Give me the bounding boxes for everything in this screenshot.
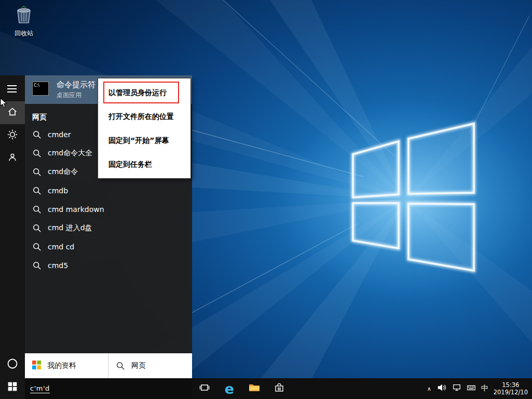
task-view-icon — [199, 382, 210, 395]
menu-item-run-as-admin[interactable]: 以管理员身份运行 — [98, 81, 190, 104]
start-button[interactable] — [0, 376, 25, 399]
menu-item-pin-to-taskbar[interactable]: 固定到任务栏 — [98, 152, 190, 176]
search-icon — [32, 261, 42, 270]
menu-item-pin-to-start[interactable]: 固定到“开始”屏幕 — [98, 128, 190, 152]
windows-logo-icon — [7, 381, 18, 394]
task-view-button[interactable] — [192, 378, 217, 399]
cmd-icon: C:\ — [32, 82, 49, 98]
suggestion-label: cmd markdown — [48, 205, 104, 214]
windows-flag-icon — [32, 361, 41, 371]
recycle-bin-icon — [13, 18, 34, 28]
search-icon — [116, 361, 125, 370]
svg-text:C:\: C:\ — [34, 83, 39, 88]
my-stuff-label: 我的资料 — [47, 361, 76, 370]
search-icon — [32, 167, 42, 177]
my-stuff-button[interactable]: 我的资料 — [25, 353, 108, 378]
web-search-button[interactable]: 网页 — [108, 353, 192, 378]
touch-keyboard-icon[interactable] — [467, 383, 476, 394]
search-icon — [32, 242, 42, 251]
gear-icon — [7, 129, 18, 142]
suggestion-label: cmder — [48, 130, 71, 139]
settings-button[interactable] — [0, 124, 25, 147]
suggestion-item[interactable]: cmd markdown — [25, 200, 192, 219]
suggestion-label: cmd cd — [48, 243, 74, 251]
person-icon — [7, 152, 18, 165]
top-result-title: 命令提示符 — [57, 80, 96, 90]
cortana-circle-icon — [6, 357, 19, 372]
menu-item-open-file-location[interactable]: 打开文件所在的位置 — [98, 104, 190, 128]
cortana-button[interactable] — [0, 353, 25, 376]
suggestion-label: cmd 进入d盘 — [48, 223, 92, 233]
store-icon — [274, 382, 285, 395]
search-icon — [32, 130, 42, 139]
network-icon[interactable] — [452, 383, 461, 394]
search-input-value: c'm'd — [30, 384, 50, 393]
suggestion-label: cmd命令大全 — [48, 149, 92, 158]
taskbar-buttons: e — [192, 378, 292, 399]
search-icon — [32, 186, 42, 195]
search-icon — [32, 205, 42, 214]
suggestion-item[interactable]: cmd5 — [25, 256, 192, 275]
top-result-subtitle: 桌面应用 — [57, 91, 96, 100]
suggestion-item[interactable]: cmd 进入d盘 — [25, 219, 192, 237]
suggestion-label: cmd命令 — [48, 167, 78, 177]
file-explorer-button[interactable] — [242, 378, 267, 399]
search-icon — [32, 149, 42, 158]
recycle-bin[interactable]: 回收站 — [7, 4, 40, 38]
clock-time: 15:36 — [494, 381, 528, 389]
hamburger-icon — [7, 85, 18, 95]
clock[interactable]: 15:36 2019/12/10 — [494, 381, 529, 396]
feedback-button[interactable] — [0, 147, 25, 170]
suggestion-item[interactable]: cmd cd — [25, 237, 192, 256]
volume-icon[interactable] — [436, 382, 447, 395]
suggestion-item[interactable]: cmdb — [25, 181, 192, 200]
clock-date: 2019/12/10 — [494, 389, 528, 396]
suggestion-label: cmdb — [48, 187, 68, 195]
store-button[interactable] — [267, 378, 292, 399]
recycle-bin-label: 回收站 — [7, 29, 40, 38]
mouse-cursor — [0, 98, 8, 109]
home-icon — [7, 106, 18, 119]
chevron-up-icon[interactable]: ∧ — [427, 385, 431, 392]
edge-icon: e — [225, 382, 234, 396]
start-rail — [0, 75, 25, 399]
search-input[interactable]: c'm'd — [25, 378, 192, 399]
search-footer: 我的资料 网页 — [25, 353, 192, 378]
search-icon — [32, 223, 42, 233]
ime-indicator[interactable]: 中 — [481, 384, 488, 393]
file-explorer-icon — [248, 381, 261, 396]
system-tray: ∧ 中 15:36 2019/12/10 — [427, 378, 529, 399]
context-menu: 以管理员身份运行 打开文件所在的位置 固定到“开始”屏幕 固定到任务栏 — [98, 78, 191, 179]
suggestion-label: cmd5 — [48, 261, 68, 270]
edge-button[interactable]: e — [217, 378, 242, 399]
web-search-label: 网页 — [131, 361, 146, 370]
